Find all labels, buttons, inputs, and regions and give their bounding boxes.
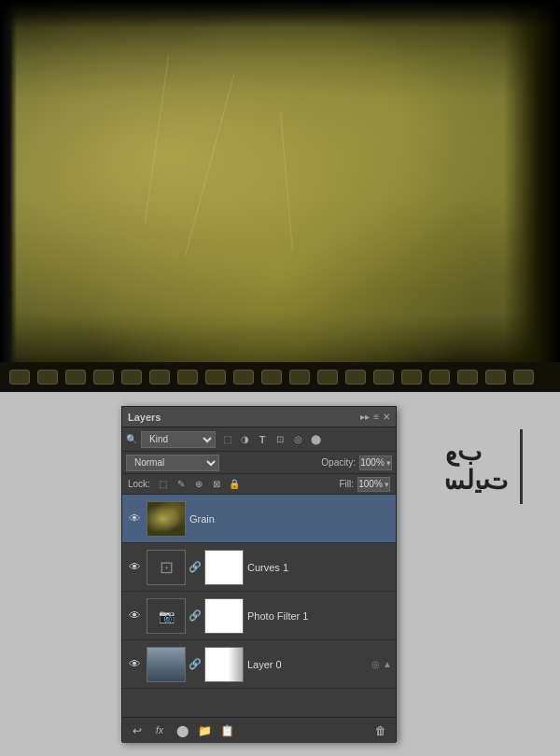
layers-panel: Layers ▸▸ ≡ ✕ 🔍 Kind Name Effect Mode ⬚ … bbox=[121, 406, 397, 742]
layer-thumbnail-layer0 bbox=[147, 647, 186, 682]
panel-header-icons: ▸▸ ≡ ✕ bbox=[360, 412, 390, 422]
perforation bbox=[93, 370, 114, 385]
film-edge-right bbox=[504, 0, 560, 392]
perforation bbox=[121, 370, 142, 385]
layer-extras-layer0: ◎ ▲ bbox=[371, 659, 392, 669]
delete-layer-button[interactable]: 🗑 bbox=[371, 721, 390, 740]
layer-thumbnail-curves: ⊡ bbox=[147, 550, 186, 585]
opacity-value[interactable]: 100% ▾ bbox=[359, 455, 392, 470]
layer-name-layer0: Layer 0 bbox=[247, 659, 368, 670]
perforation bbox=[205, 370, 226, 385]
layer-visibility-photofilter[interactable]: 👁 bbox=[126, 609, 143, 623]
search-icon: 🔍 bbox=[126, 434, 137, 444]
film-edge-left bbox=[0, 0, 17, 392]
perforation bbox=[457, 370, 478, 385]
lock-label: Lock: bbox=[128, 479, 150, 489]
layer-visibility-grain[interactable]: 👁 bbox=[126, 511, 143, 525]
layer-row[interactable]: 👁 🔗 Layer 0 ◎ ▲ bbox=[122, 640, 396, 689]
layer-visibility-curves[interactable]: 👁 bbox=[126, 560, 143, 574]
perforation bbox=[317, 370, 338, 385]
layer-thumbnail-grain bbox=[147, 501, 186, 537]
kind-select[interactable]: Kind Name Effect Mode bbox=[141, 431, 216, 448]
layer-thumbnail-photofilter: 📷 bbox=[147, 598, 186, 634]
lock-all-icon[interactable]: 🔒 bbox=[227, 477, 242, 492]
film-background bbox=[0, 0, 560, 392]
layer-chevron-icon[interactable]: ▲ bbox=[383, 659, 392, 669]
film-image bbox=[0, 0, 560, 392]
fill-chevron-icon: ▾ bbox=[385, 480, 389, 489]
lock-image-icon[interactable]: ✎ bbox=[174, 477, 189, 492]
adjustment-filter-icon[interactable]: ◑ bbox=[237, 432, 252, 447]
extra-filter-icon[interactable]: ⬤ bbox=[308, 432, 323, 447]
opacity-label: Opacity: bbox=[321, 457, 356, 468]
add-mask-button[interactable]: ⬤ bbox=[173, 721, 191, 740]
perforation bbox=[485, 370, 506, 385]
perforation bbox=[9, 370, 30, 385]
layers-lock-row: Lock: ⬚ ✎ ⊕ ⊠ 🔒 Fill: 100% ▾ bbox=[122, 474, 396, 495]
layer-name-curves: Curves 1 bbox=[247, 562, 392, 573]
lock-icons: ⬚ ✎ ⊕ ⊠ 🔒 bbox=[156, 477, 242, 492]
layer-link-icon-curves: 🔗 bbox=[189, 561, 201, 573]
layer-mask-thumbnail-layer0 bbox=[204, 647, 244, 682]
perforation bbox=[65, 370, 86, 385]
kind-icons: ⬚ ◑ T ⊡ ◎ ⬤ bbox=[219, 432, 323, 447]
watermark-line bbox=[520, 429, 523, 504]
canvas-area bbox=[0, 0, 560, 392]
layer-smart-icon: ◎ bbox=[371, 659, 380, 669]
add-fx-button[interactable]: fx bbox=[150, 721, 169, 740]
perforation bbox=[37, 370, 58, 385]
panel-menu-icon[interactable]: ≡ bbox=[373, 412, 379, 422]
layer-name-photofilter: Photo Filter 1 bbox=[247, 610, 392, 622]
new-group-button[interactable]: 📁 bbox=[195, 721, 214, 740]
layers-toolbar: ↩ fx ⬤ 📁 📋 🗑 bbox=[122, 717, 396, 743]
panels-area: Layers ▸▸ ≡ ✕ 🔍 Kind Name Effect Mode ⬚ … bbox=[0, 392, 560, 756]
pixel-filter-icon[interactable]: ⬚ bbox=[219, 432, 234, 447]
fill-label: Fill: bbox=[339, 479, 354, 489]
perforation bbox=[177, 370, 198, 385]
layer-row[interactable]: 👁 ⊡ 🔗 Curves 1 bbox=[122, 543, 396, 592]
layer-row[interactable]: 👁 Grain bbox=[122, 495, 396, 543]
panel-close-icon[interactable]: ✕ bbox=[383, 412, 390, 422]
perforation bbox=[429, 370, 450, 385]
type-filter-icon[interactable]: T bbox=[255, 432, 270, 447]
perforation bbox=[345, 370, 366, 385]
layer-name-grain: Grain bbox=[189, 513, 392, 525]
film-perforations-bottom bbox=[0, 362, 560, 392]
watermark-area: وبسایت bbox=[420, 420, 532, 513]
layer-visibility-layer0[interactable]: 👁 bbox=[126, 657, 143, 671]
layer-link-icon-layer0: 🔗 bbox=[189, 658, 201, 670]
watermark-text: وبسایت bbox=[444, 438, 508, 496]
perforation bbox=[233, 370, 254, 385]
panel-collapse-icon[interactable]: ▸▸ bbox=[360, 412, 370, 422]
new-layer-button[interactable]: 📋 bbox=[217, 721, 236, 740]
lock-transparent-icon[interactable]: ⬚ bbox=[156, 477, 171, 492]
blend-mode-select[interactable]: Normal Dissolve Multiply Screen Overlay bbox=[126, 455, 219, 471]
layer-mask-thumbnail-photofilter bbox=[204, 598, 244, 634]
perforation bbox=[373, 370, 394, 385]
perforation bbox=[513, 370, 534, 385]
layers-list[interactable]: 👁 Grain 👁 ⊡ 🔗 Curves 1 👁 bbox=[122, 495, 396, 717]
layers-blend-row: Normal Dissolve Multiply Screen Overlay … bbox=[122, 452, 396, 474]
panel-title: Layers bbox=[128, 412, 161, 423]
opacity-chevron-icon: ▾ bbox=[386, 458, 391, 468]
layer-mask-thumbnail-curves bbox=[204, 550, 244, 585]
link-layers-button[interactable]: ↩ bbox=[128, 721, 147, 740]
perforation bbox=[289, 370, 310, 385]
perforation bbox=[149, 370, 170, 385]
shape-filter-icon[interactable]: ⊡ bbox=[273, 432, 287, 447]
lock-artboard-icon[interactable]: ⊠ bbox=[209, 477, 224, 492]
layers-kind-row: 🔍 Kind Name Effect Mode ⬚ ◑ T ⊡ ◎ ⬤ bbox=[122, 427, 396, 452]
perforation bbox=[261, 370, 282, 385]
smart-filter-icon[interactable]: ◎ bbox=[290, 432, 305, 447]
film-edge-top bbox=[0, 0, 560, 28]
perforation bbox=[401, 370, 422, 385]
layer-row[interactable]: 👁 📷 🔗 Photo Filter 1 bbox=[122, 592, 396, 640]
panel-header: Layers ▸▸ ≡ ✕ bbox=[122, 407, 396, 427]
fill-value[interactable]: 100% ▾ bbox=[357, 477, 390, 492]
lock-position-icon[interactable]: ⊕ bbox=[191, 477, 206, 492]
layer-link-icon-photofilter: 🔗 bbox=[189, 609, 201, 622]
